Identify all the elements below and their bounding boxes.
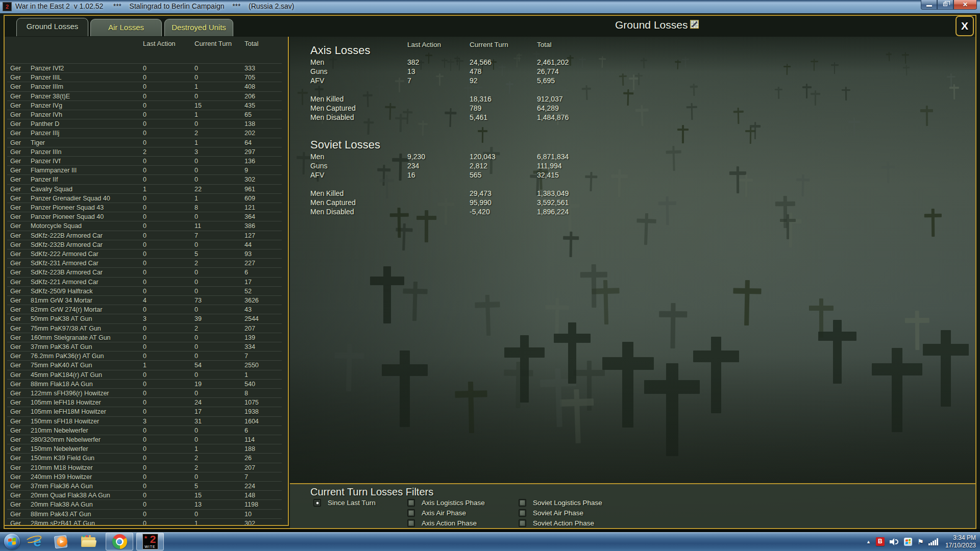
tab-air-losses[interactable]: Air Losses [90, 19, 162, 36]
cell-equipment-name: SdKfz-232B Armored Car [31, 241, 103, 248]
action-center-icon[interactable] [904, 538, 912, 546]
summary-row-label: Men Captured [310, 198, 356, 207]
tab-destroyed-units[interactable]: Destroyed Units [164, 19, 233, 36]
phase-filter-checkbox[interactable] [407, 519, 415, 527]
cell-equipment-name: 50mm PaK38 AT Gun [31, 315, 92, 322]
cell-last-action: 0 [143, 445, 146, 453]
tray-expand-icon[interactable]: ▲ [866, 539, 871, 544]
start-button[interactable] [4, 534, 20, 549]
cell-nationality: Ger [10, 279, 21, 286]
phase-filter-checkbox[interactable] [407, 499, 415, 507]
phase-filter-label: Soviet Air Phase [533, 509, 583, 517]
cell-nationality: Ger [10, 130, 21, 137]
cell-equipment-name: Panzer IVg [31, 102, 62, 109]
media-player-icon: ▶ [54, 534, 69, 549]
bitdefender-tray-icon[interactable]: B [876, 537, 885, 546]
cell-current-turn: 0 [194, 269, 198, 276]
summary-value: 382 [407, 58, 419, 66]
phase-filter-checkbox[interactable] [519, 499, 526, 507]
summary-value: 24,566 [470, 58, 492, 66]
cell-total: 2544 [244, 315, 259, 322]
cell-current-turn: 1 [194, 520, 198, 526]
cell-current-turn: 1 [194, 111, 198, 118]
chrome-button[interactable] [106, 533, 133, 550]
summary-row-label: AFV [310, 77, 324, 85]
cell-total: 64 [244, 139, 252, 146]
network-signal-icon[interactable] [928, 538, 938, 545]
cell-equipment-name: 105mm leFH18M Howitzer [31, 408, 106, 415]
cell-total: 121 [244, 204, 255, 211]
cell-nationality: Ger [10, 343, 21, 350]
cell-last-action: 0 [143, 130, 146, 137]
cell-nationality: Ger [10, 288, 21, 295]
phase-filter-checkbox[interactable] [519, 519, 526, 527]
summary-row: Guns2342,812111,994 [290, 162, 975, 171]
cell-equipment-name: 122mm sFH396(r) Howitzer [31, 390, 109, 397]
cell-current-turn: 3 [194, 148, 198, 156]
summary-row: Men Disabled-5,4201,896,224 [290, 208, 975, 217]
internet-explorer-button[interactable]: e [27, 532, 47, 551]
notification-flag-icon[interactable]: ⚑ [917, 538, 924, 546]
cell-equipment-name: 160mm Stielgranate AT Gun [31, 334, 111, 341]
cell-last-action: 0 [143, 399, 146, 406]
summary-value: 565 [470, 171, 481, 179]
cell-nationality: Ger [10, 418, 21, 425]
cell-current-turn: 0 [194, 288, 198, 295]
summary-row: Men38224,5662,461,202 [290, 58, 975, 67]
cell-current-turn: 0 [194, 167, 198, 174]
cell-equipment-name: Motorcycle Squad [31, 222, 82, 230]
cell-total: 1604 [244, 418, 259, 425]
cell-current-turn: 2 [194, 455, 198, 462]
cell-last-action: 3 [143, 418, 146, 425]
cell-total: 3626 [244, 297, 259, 304]
close-window-button[interactable]: ✕ [953, 0, 977, 10]
cell-total: 188 [244, 445, 255, 453]
tab-ground-losses[interactable]: Ground Losses [16, 18, 88, 36]
wite2-button[interactable]: ★ 2 WITE [136, 533, 164, 550]
cell-equipment-name: 88mm Pak43 AT Gun [31, 511, 91, 518]
cell-equipment-name: Panzer IVf [31, 158, 60, 165]
file-explorer-button[interactable] [78, 532, 99, 551]
summary-value: 9,230 [407, 153, 425, 161]
cell-last-action: 0 [143, 306, 146, 313]
taskbar-clock[interactable]: 3:34 PM 17/10/2023 [943, 534, 976, 549]
cell-last-action: 0 [143, 232, 146, 239]
summary-value: 92 [470, 77, 478, 85]
cell-current-turn: 5 [194, 483, 198, 490]
cell-equipment-name: Panzer 38(t)E [31, 93, 70, 100]
summary-header-total: Total [537, 41, 552, 48]
cell-total: 10 [244, 511, 252, 518]
cell-nationality: Ger [10, 334, 21, 341]
cell-last-action: 0 [143, 260, 146, 267]
summary-value: 2,461,202 [537, 58, 569, 66]
phase-filter-checkbox[interactable] [407, 509, 415, 517]
media-player-button[interactable]: ▶ [52, 532, 72, 551]
cell-current-turn: 7 [194, 232, 198, 239]
cell-nationality: Ger [10, 473, 21, 481]
desktop-screen: 2 War in the East 2 v 1.02.52 *** Stalin… [0, 0, 980, 551]
close-screen-button[interactable]: X [955, 16, 974, 36]
restore-button[interactable] [937, 0, 953, 10]
table-row: Ger28mm sPzB41 AT Gun01302 [5, 520, 288, 526]
volume-icon[interactable] [890, 538, 899, 546]
cell-current-turn: 0 [194, 158, 198, 165]
cell-last-action: 0 [143, 343, 146, 350]
cell-equipment-name: Flammpanzer III [31, 167, 77, 174]
summary-value: 6,871,834 [537, 153, 569, 161]
system-tray: ▲ B ⚑ 3:34 PM 17/10/2023 [866, 532, 976, 551]
cell-equipment-name: Panzer IVf2 [31, 65, 64, 72]
minimize-button[interactable] [921, 0, 937, 10]
cell-equipment-name: SdKfz-222B Armored Car [31, 232, 103, 239]
phase-filter-label: Axis Air Phase [422, 509, 466, 517]
cell-last-action: 0 [143, 464, 146, 471]
cell-equipment-name: 240mm H39 Howitzer [31, 473, 92, 481]
since-last-turn-radio[interactable] [313, 499, 321, 507]
cell-nationality: Ger [10, 176, 21, 183]
cell-total: 44 [244, 241, 252, 248]
phase-filter-checkbox[interactable] [519, 509, 526, 517]
cell-last-action: 0 [143, 93, 146, 100]
cell-nationality: Ger [10, 381, 21, 388]
column-header-last-action: Last Action [143, 40, 176, 47]
cell-total: 302 [244, 520, 255, 526]
chart-toggle-icon[interactable] [690, 20, 699, 29]
